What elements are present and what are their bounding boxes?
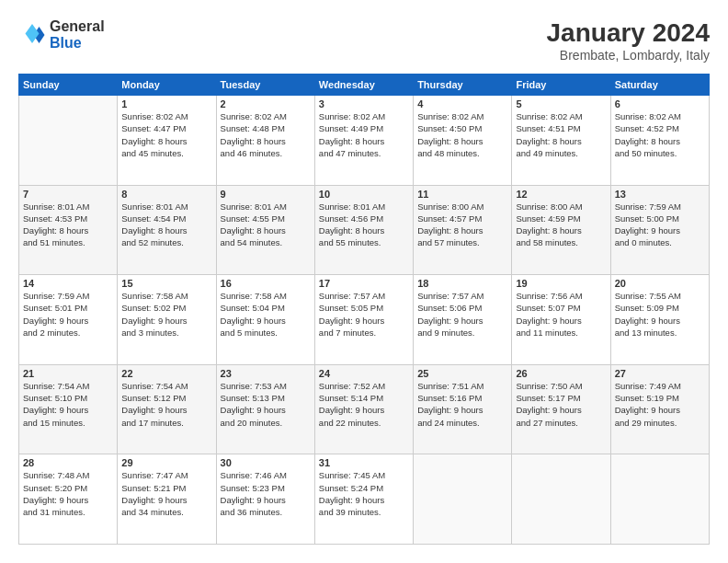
calendar-cell: 2Sunrise: 8:02 AMSunset: 4:48 PMDaylight…: [216, 96, 314, 186]
day-info: Sunrise: 7:54 AMSunset: 5:10 PMDaylight:…: [23, 380, 113, 429]
day-number: 7: [23, 189, 113, 200]
calendar-cell: 26Sunrise: 7:50 AMSunset: 5:17 PMDayligh…: [512, 364, 610, 454]
day-info: Sunrise: 7:50 AMSunset: 5:17 PMDaylight:…: [516, 380, 606, 429]
day-number: 17: [319, 278, 409, 289]
header-saturday: Saturday: [610, 75, 709, 96]
day-info: Sunrise: 8:01 AMSunset: 4:55 PMDaylight:…: [221, 201, 311, 249]
logo: General Blue: [18, 18, 105, 51]
day-number: 2: [221, 98, 311, 109]
day-number: 5: [516, 98, 606, 109]
day-info: Sunrise: 7:57 AMSunset: 5:06 PMDaylight:…: [417, 290, 507, 339]
day-info: Sunrise: 8:02 AMSunset: 4:52 PMDaylight:…: [615, 110, 705, 159]
calendar-cell: 10Sunrise: 8:01 AMSunset: 4:56 PMDayligh…: [314, 185, 413, 275]
day-info: Sunrise: 8:00 AMSunset: 4:59 PMDaylight:…: [516, 201, 606, 249]
day-number: 9: [221, 189, 311, 200]
day-number: 15: [121, 278, 211, 289]
day-info: Sunrise: 8:02 AMSunset: 4:48 PMDaylight:…: [221, 110, 311, 159]
calendar-cell: [414, 454, 512, 545]
day-info: Sunrise: 8:02 AMSunset: 4:50 PMDaylight:…: [417, 110, 507, 159]
logo-icon: [18, 21, 46, 49]
day-number: 30: [221, 457, 311, 468]
header-wednesday: Wednesday: [314, 75, 413, 96]
logo-text: General Blue: [50, 18, 105, 51]
day-info: Sunrise: 8:00 AMSunset: 4:57 PMDaylight:…: [417, 201, 507, 249]
day-info: Sunrise: 7:59 AMSunset: 5:00 PMDaylight:…: [615, 201, 705, 249]
day-number: 23: [221, 368, 311, 379]
day-info: Sunrise: 8:02 AMSunset: 4:47 PMDaylight:…: [121, 110, 211, 159]
week-row-5: 28Sunrise: 7:48 AMSunset: 5:20 PMDayligh…: [19, 454, 710, 545]
day-number: 1: [121, 98, 211, 109]
header-friday: Friday: [512, 75, 610, 96]
day-info: Sunrise: 7:56 AMSunset: 5:07 PMDaylight:…: [516, 290, 606, 339]
day-number: 18: [417, 278, 507, 289]
day-number: 8: [121, 189, 211, 200]
day-number: 6: [615, 98, 705, 109]
calendar-cell: [512, 454, 610, 545]
day-info: Sunrise: 7:55 AMSunset: 5:09 PMDaylight:…: [615, 290, 705, 339]
day-number: 13: [615, 189, 705, 200]
day-info: Sunrise: 7:47 AMSunset: 5:21 PMDaylight:…: [121, 469, 211, 518]
day-number: 4: [417, 98, 507, 109]
calendar-cell: 21Sunrise: 7:54 AMSunset: 5:10 PMDayligh…: [19, 364, 118, 454]
day-number: 3: [319, 98, 409, 109]
day-number: 29: [121, 457, 211, 468]
logo-blue: Blue: [50, 35, 105, 52]
calendar-cell: 30Sunrise: 7:46 AMSunset: 5:23 PMDayligh…: [216, 454, 314, 545]
day-info: Sunrise: 7:58 AMSunset: 5:04 PMDaylight:…: [221, 290, 311, 339]
svg-marker-1: [26, 24, 40, 43]
calendar-table: Sunday Monday Tuesday Wednesday Thursday…: [18, 74, 710, 545]
calendar-cell: 8Sunrise: 8:01 AMSunset: 4:54 PMDaylight…: [118, 185, 216, 275]
calendar-cell: 1Sunrise: 8:02 AMSunset: 4:47 PMDaylight…: [118, 96, 216, 186]
day-info: Sunrise: 7:54 AMSunset: 5:12 PMDaylight:…: [121, 380, 211, 429]
day-info: Sunrise: 7:59 AMSunset: 5:01 PMDaylight:…: [23, 290, 113, 339]
day-number: 14: [23, 278, 113, 289]
header-thursday: Thursday: [414, 75, 512, 96]
calendar-cell: 19Sunrise: 7:56 AMSunset: 5:07 PMDayligh…: [512, 275, 610, 365]
day-info: Sunrise: 7:46 AMSunset: 5:23 PMDaylight:…: [221, 469, 311, 518]
calendar-cell: 6Sunrise: 8:02 AMSunset: 4:52 PMDaylight…: [610, 96, 709, 186]
day-info: Sunrise: 8:02 AMSunset: 4:51 PMDaylight:…: [516, 110, 606, 159]
day-info: Sunrise: 7:52 AMSunset: 5:14 PMDaylight:…: [319, 380, 409, 429]
calendar-cell: 4Sunrise: 8:02 AMSunset: 4:50 PMDaylight…: [414, 96, 512, 186]
day-number: 10: [319, 189, 409, 200]
calendar-cell: 29Sunrise: 7:47 AMSunset: 5:21 PMDayligh…: [118, 454, 216, 545]
calendar-cell: 13Sunrise: 7:59 AMSunset: 5:00 PMDayligh…: [610, 185, 709, 275]
calendar-cell: 31Sunrise: 7:45 AMSunset: 5:24 PMDayligh…: [314, 454, 413, 545]
day-info: Sunrise: 8:01 AMSunset: 4:54 PMDaylight:…: [121, 201, 211, 249]
calendar-cell: 23Sunrise: 7:53 AMSunset: 5:13 PMDayligh…: [216, 364, 314, 454]
day-number: 24: [319, 368, 409, 379]
calendar-cell: 14Sunrise: 7:59 AMSunset: 5:01 PMDayligh…: [19, 275, 118, 365]
day-number: 19: [516, 278, 606, 289]
day-info: Sunrise: 7:48 AMSunset: 5:20 PMDaylight:…: [23, 469, 113, 518]
week-row-1: 1Sunrise: 8:02 AMSunset: 4:47 PMDaylight…: [19, 96, 710, 186]
day-number: 22: [121, 368, 211, 379]
header-sunday: Sunday: [19, 75, 118, 96]
day-info: Sunrise: 8:01 AMSunset: 4:56 PMDaylight:…: [319, 201, 409, 249]
calendar-cell: 15Sunrise: 7:58 AMSunset: 5:02 PMDayligh…: [118, 275, 216, 365]
calendar-cell: 12Sunrise: 8:00 AMSunset: 4:59 PMDayligh…: [512, 185, 610, 275]
calendar-cell: 3Sunrise: 8:02 AMSunset: 4:49 PMDaylight…: [314, 96, 413, 186]
day-number: 26: [516, 368, 606, 379]
calendar-cell: 27Sunrise: 7:49 AMSunset: 5:19 PMDayligh…: [610, 364, 709, 454]
day-number: 31: [319, 457, 409, 468]
week-row-2: 7Sunrise: 8:01 AMSunset: 4:53 PMDaylight…: [19, 185, 710, 275]
calendar-cell: 11Sunrise: 8:00 AMSunset: 4:57 PMDayligh…: [414, 185, 512, 275]
day-number: 21: [23, 368, 113, 379]
day-number: 27: [615, 368, 705, 379]
calendar-cell: [610, 454, 709, 545]
calendar-cell: 16Sunrise: 7:58 AMSunset: 5:04 PMDayligh…: [216, 275, 314, 365]
page: General Blue January 2024 Brembate, Lomb…: [0, 0, 728, 563]
day-number: 25: [417, 368, 507, 379]
main-title: January 2024: [547, 18, 710, 48]
day-info: Sunrise: 7:53 AMSunset: 5:13 PMDaylight:…: [221, 380, 311, 429]
calendar-cell: 24Sunrise: 7:52 AMSunset: 5:14 PMDayligh…: [314, 364, 413, 454]
day-info: Sunrise: 7:51 AMSunset: 5:16 PMDaylight:…: [417, 380, 507, 429]
calendar-cell: 7Sunrise: 8:01 AMSunset: 4:53 PMDaylight…: [19, 185, 118, 275]
day-info: Sunrise: 7:45 AMSunset: 5:24 PMDaylight:…: [319, 469, 409, 518]
calendar-cell: 9Sunrise: 8:01 AMSunset: 4:55 PMDaylight…: [216, 185, 314, 275]
day-info: Sunrise: 7:57 AMSunset: 5:05 PMDaylight:…: [319, 290, 409, 339]
day-number: 16: [221, 278, 311, 289]
calendar-cell: 20Sunrise: 7:55 AMSunset: 5:09 PMDayligh…: [610, 275, 709, 365]
day-number: 11: [417, 189, 507, 200]
calendar-header-row: Sunday Monday Tuesday Wednesday Thursday…: [19, 75, 710, 96]
